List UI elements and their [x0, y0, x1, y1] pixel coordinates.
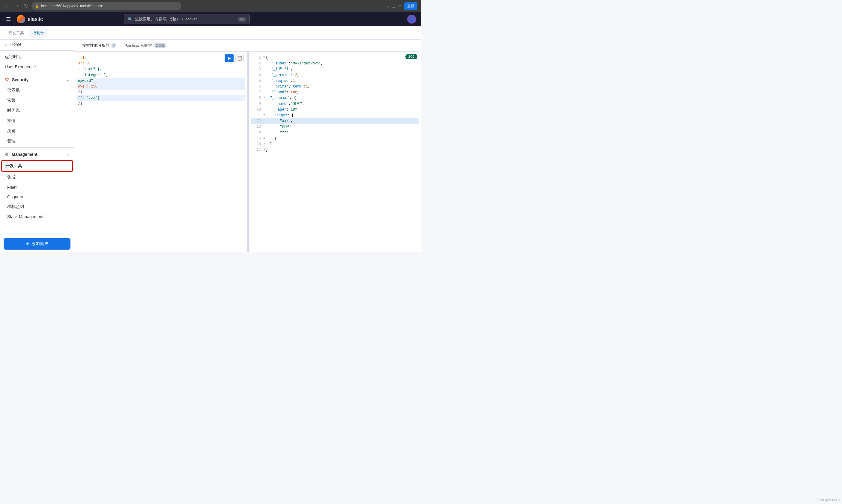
fold-17[interactable]: ▲: [263, 147, 265, 152]
sidebar-item-stack-monitoring[interactable]: 堆栈监测: [0, 202, 74, 212]
editor-line-1: : 1,: [77, 55, 245, 61]
json-line-14: 14 "zzz": [251, 130, 419, 136]
line-num-15: 15: [252, 136, 261, 141]
editor-line-15: f", "zzz"]: [77, 95, 245, 101]
sidebar-divider-2: [0, 73, 74, 73]
sidebar: ⌂ Home 运行时间 User Experience 🛡 Security ⌄…: [0, 39, 74, 252]
editor-content[interactable]: : 1, s": 0 : "text" }, "integer" }, eywo…: [74, 52, 247, 252]
editor-line-10: ove": 256: [77, 84, 245, 90]
reload-page-button[interactable]: 重新: [404, 2, 417, 10]
line-num-5: 5: [252, 78, 261, 84]
sidebar-admin-label: 管理: [7, 139, 16, 144]
tabs-bar: 开发工具 控制台: [0, 26, 421, 39]
tab-devtools-label: 开发工具: [8, 30, 24, 36]
management-children: 开发工具 集成 Fleet Osquery 堆栈监测 Stack Managem…: [0, 160, 74, 221]
json-line-10: 10 "age": "18",: [251, 107, 419, 113]
painless-tab-label: Painless 实验室: [124, 43, 152, 48]
extension-icon[interactable]: ☰: [392, 4, 396, 8]
back-button[interactable]: ←: [4, 2, 11, 10]
sidebar-item-cases[interactable]: 案例: [0, 116, 74, 126]
line-num-17: 17: [252, 147, 261, 153]
sidebar-fleet-label: Fleet: [7, 185, 17, 190]
sidebar-item-integrations[interactable]: 集成: [0, 172, 74, 182]
fold-11[interactable]: ▼: [263, 113, 265, 118]
line-num-9: 9: [252, 101, 261, 107]
hamburger-menu[interactable]: ☰: [5, 15, 12, 24]
sidebar-item-timeline[interactable]: 时间线: [0, 106, 74, 116]
sidebar-item-user-experience[interactable]: User Experience: [0, 62, 74, 72]
tab-console[interactable]: 控制台: [29, 28, 48, 38]
sidebar-item-browse[interactable]: 浏览: [0, 126, 74, 136]
sidebar-management-label: Management: [12, 152, 37, 157]
sidebar-stack-monitoring-label: 堆栈监测: [7, 204, 24, 210]
add-integration-button[interactable]: ✚ 添加集成: [4, 238, 70, 250]
sidebar-cases-label: 案例: [7, 118, 16, 124]
sidebar-item-stack-management[interactable]: Stack Management: [0, 212, 74, 221]
forward-button[interactable]: →: [13, 2, 20, 10]
sidebar-integrations-label: 集成: [7, 175, 16, 180]
json-line-17: 17 ▲ }: [251, 147, 419, 153]
editor-line-2: s": 0: [77, 61, 245, 67]
painless-badge: 公测版: [154, 43, 166, 48]
editor-line-17: /1: [77, 101, 245, 107]
fold-1[interactable]: ▼: [263, 55, 265, 60]
tab-console-label: 控制台: [32, 30, 44, 36]
search-shortcut: ⌘/: [238, 17, 246, 22]
sidebar-osquery-label: Osquery: [7, 195, 23, 199]
json-line-13: 13 "你好",: [251, 124, 419, 130]
console-tabs-bar: 搜索性能分析器 ✕ Painless 实验室 公测版: [74, 39, 421, 52]
elastic-brand-name: elastic: [28, 16, 43, 22]
sidebar-item-admin[interactable]: 管理: [0, 136, 74, 146]
json-line-6: 6 "_primary_term": 1,: [251, 84, 419, 90]
sidebar-item-osquery[interactable]: Osquery: [0, 192, 74, 202]
url-bar[interactable]: 🔒 localhost:5601/app/dev_tools#/console: [32, 2, 181, 10]
star-icon[interactable]: ☆: [386, 4, 390, 8]
sidebar-alerts-label: 告警: [7, 98, 16, 103]
search-placeholder: 查找应用、内容等。例如：Discover: [135, 17, 197, 22]
home-icon: ⌂: [5, 42, 7, 47]
line-num-2: 2: [252, 61, 261, 67]
sidebar-item-alerts[interactable]: 告警: [0, 95, 74, 106]
line-num-8: 8: [252, 95, 261, 101]
sidebar-item-runtime[interactable]: 运行时间: [0, 52, 74, 62]
line-num-12: 12: [252, 119, 261, 124]
fold-15[interactable]: ▲: [263, 136, 265, 141]
line-num-6: 6: [252, 84, 261, 90]
sidebar-item-home[interactable]: ⌂ Home: [0, 39, 74, 49]
lock-icon: 🔒: [35, 4, 39, 8]
user-avatar[interactable]: 👤: [407, 15, 416, 24]
sidebar-item-devtools[interactable]: 开发工具: [1, 160, 73, 172]
reload-button[interactable]: ↻: [23, 2, 29, 10]
shield-icon: 🛡: [5, 77, 9, 82]
tab-painless[interactable]: Painless 实验室 公测版: [121, 42, 170, 50]
content-area: 搜索性能分析器 ✕ Painless 实验室 公测版 ▶ 📋 : 1, s": …: [74, 39, 421, 252]
line-num-11: 11: [252, 113, 261, 119]
json-line-12: 12 "xxx",: [251, 119, 419, 124]
fold-16[interactable]: ▲: [263, 141, 265, 146]
editor-line-5: : "text" },: [77, 67, 245, 72]
sidebar-item-dashboard[interactable]: 仪表板: [0, 85, 74, 95]
account-icon[interactable]: ⚙: [398, 4, 402, 8]
tab-profiler[interactable]: 搜索性能分析器 ✕: [79, 42, 119, 50]
output-status-badge: 200: [405, 54, 417, 59]
app-search-bar[interactable]: 🔍 查找应用、内容等。例如：Discover ⌘/: [124, 14, 250, 24]
copy-button[interactable]: 📋: [235, 54, 244, 62]
sidebar-security-group[interactable]: 🛡 Security ⌄: [0, 74, 74, 85]
elastic-logo-icon: [17, 15, 25, 23]
sidebar-browse-label: 浏览: [7, 128, 16, 133]
tab-devtools[interactable]: 开发工具: [5, 28, 28, 38]
profiler-tab-close[interactable]: ✕: [111, 43, 116, 48]
json-line-3: 3 "_id": "1",: [251, 67, 419, 72]
elastic-logo: elastic: [17, 15, 43, 23]
fold-8[interactable]: ▼: [263, 95, 265, 100]
sidebar-management-group[interactable]: ⚙ Management ⌄: [0, 149, 74, 160]
sidebar-item-fleet[interactable]: Fleet: [0, 182, 74, 192]
output-content: 1 ▼ { 2 "_index": "my-index-two", 3: [249, 52, 421, 252]
security-chevron-icon: ⌄: [66, 78, 69, 82]
run-button[interactable]: ▶: [225, 54, 233, 62]
sidebar-devtools-label: 开发工具: [5, 163, 22, 169]
json-line-7: 7 "found": true,: [251, 90, 419, 95]
sidebar-timeline-label: 时间线: [7, 108, 20, 113]
line-num-13: 13: [252, 124, 261, 130]
json-line-16: 16 ▲ }: [251, 141, 419, 147]
